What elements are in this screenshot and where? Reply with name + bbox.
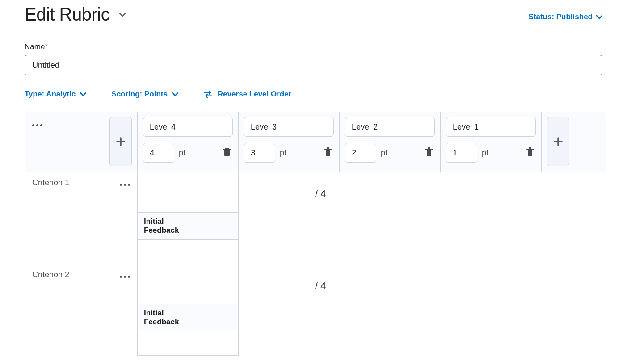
svg-rect-7: [428, 147, 430, 149]
criterion-level-cell[interactable]: [213, 264, 238, 304]
feedback-cell[interactable]: [138, 331, 163, 356]
trash-icon: [223, 147, 231, 156]
level-name-input[interactable]: [446, 117, 536, 137]
delete-level-button[interactable]: [221, 146, 233, 160]
add-level-left-button[interactable]: [109, 117, 132, 166]
svg-rect-9: [528, 150, 532, 156]
level-points-input[interactable]: [446, 143, 477, 163]
delete-level-button[interactable]: [524, 146, 536, 160]
feedback-cell[interactable]: [163, 331, 188, 356]
scoring-label: Scoring: Points: [111, 90, 168, 99]
criterion-level-cell[interactable]: [163, 172, 188, 212]
chevron-down-icon: [119, 13, 126, 17]
criterion-name[interactable]: Criterion 2: [32, 270, 69, 279]
level-name-input[interactable]: [143, 117, 233, 137]
name-input[interactable]: [25, 55, 602, 75]
points-unit: pt: [381, 148, 387, 158]
feedback-cell[interactable]: [138, 239, 163, 264]
level-name-input[interactable]: [244, 117, 334, 137]
criterion-total: / 4: [315, 188, 326, 199]
feedback-header: Initial Feedback: [138, 304, 163, 331]
criterion-options-button[interactable]: [120, 276, 130, 278]
feedback-cell[interactable]: [163, 239, 188, 264]
criterion-name[interactable]: Criterion 1: [32, 178, 69, 187]
scoring-dropdown[interactable]: Scoring: Points: [111, 90, 178, 99]
chevron-down-icon: [596, 15, 602, 19]
trash-icon: [425, 147, 433, 156]
criterion-level-cell[interactable]: [138, 172, 163, 212]
level-points-input[interactable]: [244, 143, 275, 163]
chevron-down-icon: [80, 92, 86, 96]
svg-rect-4: [327, 147, 329, 149]
svg-rect-0: [223, 149, 231, 150]
swap-icon: [203, 90, 213, 98]
plus-icon: [116, 137, 125, 146]
svg-rect-6: [427, 150, 431, 156]
svg-rect-5: [425, 149, 433, 150]
criterion-level-cell[interactable]: [138, 264, 163, 304]
rubric-table: pt pt: [25, 111, 606, 356]
criterion-level-cell[interactable]: [188, 172, 213, 212]
chevron-down-icon: [172, 92, 178, 96]
type-dropdown[interactable]: Type: Analytic: [25, 90, 86, 99]
feedback-cell[interactable]: [213, 239, 238, 264]
criterion-level-cell[interactable]: [163, 264, 188, 304]
feedback-cell[interactable]: [188, 331, 213, 356]
level-points-input[interactable]: [143, 143, 174, 163]
points-unit: pt: [179, 148, 185, 158]
criterion-total: / 4: [315, 280, 326, 291]
trash-icon: [526, 147, 534, 156]
criteria-options-button[interactable]: [32, 124, 42, 126]
reverse-order-button[interactable]: Reverse Level Order: [203, 90, 291, 99]
page-title-dropdown[interactable]: [117, 8, 128, 21]
add-level-right-button[interactable]: [547, 117, 569, 166]
feedback-cell[interactable]: [188, 239, 213, 264]
type-label: Type: Analytic: [25, 90, 76, 99]
svg-rect-10: [529, 147, 531, 149]
reverse-label: Reverse Level Order: [218, 90, 291, 99]
criterion-level-cell[interactable]: [213, 172, 238, 212]
svg-rect-3: [326, 150, 330, 156]
points-unit: pt: [482, 148, 488, 158]
criterion-options-button[interactable]: [120, 184, 130, 186]
feedback-cell[interactable]: [213, 331, 238, 356]
criterion-level-cell[interactable]: [188, 264, 213, 304]
trash-icon: [324, 147, 332, 156]
dots-icon: [32, 124, 34, 126]
level-points-input[interactable]: [345, 143, 376, 163]
page-title: Edit Rubric: [25, 4, 109, 25]
svg-rect-8: [526, 149, 534, 150]
svg-rect-1: [225, 150, 229, 156]
level-name-input[interactable]: [345, 117, 435, 137]
dots-icon: [120, 184, 122, 186]
status-label: Status: Published: [528, 13, 593, 21]
plus-icon: [554, 137, 563, 146]
dots-icon: [120, 276, 122, 278]
points-unit: pt: [280, 148, 286, 158]
delete-level-button[interactable]: [423, 146, 435, 160]
delete-level-button[interactable]: [322, 146, 334, 160]
feedback-header: Initial Feedback: [138, 212, 163, 239]
svg-rect-2: [324, 149, 332, 150]
name-label: Name*: [25, 42, 602, 51]
status-dropdown[interactable]: Status: Published: [528, 13, 602, 21]
